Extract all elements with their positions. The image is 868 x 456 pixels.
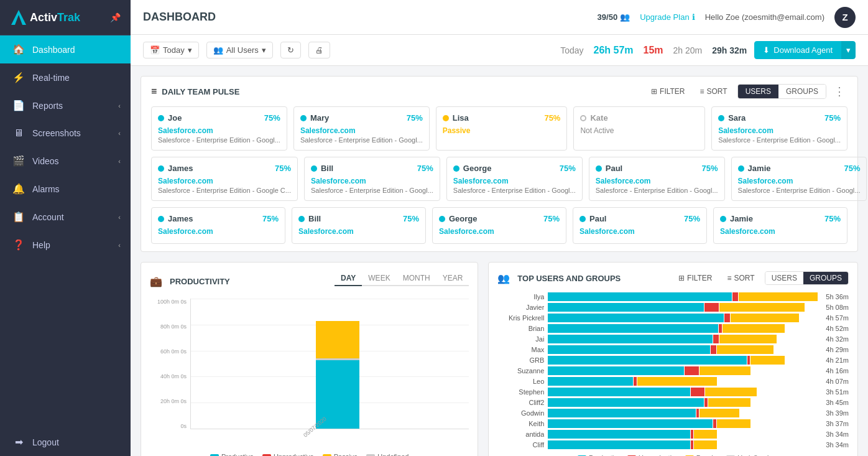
top-user-row[interactable]: Keith 3h 37m [497,419,849,428]
sidebar-item-logout[interactable]: ➡ Logout [0,428,131,456]
top-user-row[interactable]: Jai 4h 32m [497,335,849,343]
avatar[interactable]: Z [834,7,856,28]
sidebar-item-dashboard[interactable]: 🏠 Dashboard [0,35,131,63]
user-card-lisa[interactable]: Lisa 75% Passive [436,106,568,151]
top-user-row[interactable]: Stephen 3h 51m [497,388,849,396]
status-dot [720,216,726,222]
user-card-james[interactable]: James 75% Salesforce.com Salesforce - En… [151,157,298,201]
tab-month[interactable]: MONTH [397,271,436,286]
status-dot [579,216,586,222]
top-users-users-toggle[interactable]: USERS [765,272,803,284]
sidebar-item-account[interactable]: 📋 Account ‹ [0,203,131,231]
logo-text: ActivTrak [30,11,80,24]
top-user-name: Leo [497,378,544,385]
filter-button[interactable]: ⊞ FILTER [646,85,690,98]
top-user-name: antida [497,430,544,438]
sidebar-item-label: Real-time [32,73,103,83]
sidebar-item-label: Videos [32,156,118,166]
upgrade-plan-button[interactable]: Upgrade Plan ℹ [640,12,695,22]
sidebar-item-help[interactable]: ❓ Help ‹ [0,231,131,259]
more-options-button[interactable]: ⋮ [831,85,847,98]
top-user-name: Brian [497,325,544,332]
print-icon: 🖨 [315,45,323,55]
all-users-button[interactable]: 👥 All Users ▾ [206,42,273,58]
top-user-row[interactable]: Godwin 3h 39m [497,409,849,417]
top-user-row[interactable]: Ilya 5h 36m [497,292,849,301]
top-user-row[interactable]: Brian 4h 52m [497,324,849,333]
groups-toggle-button[interactable]: GROUPS [778,85,826,98]
user-card-bill[interactable]: Bill 75% Salesforce.com Salesforce - Ent… [304,157,440,201]
print-button[interactable]: 🖨 [308,42,330,58]
top-user-time: 3h 39m [821,409,849,417]
daily-team-pulse-section: ≡ DAILY TEAM PULSE ⊞ FILTER ≡ SORT USERS… [141,76,858,252]
top-user-row[interactable]: Cliff2 3h 45m [497,398,849,407]
user-card-george[interactable]: George 75% Salesforce.com Salesforce - E… [446,157,583,201]
top-user-time: 4h 57m [821,314,849,322]
top-user-name: Javier [497,304,544,311]
top-user-row[interactable]: antida 3h 34m [497,430,849,439]
user-card-paul-3[interactable]: Paul 75% Salesforce.com [573,207,707,244]
top-users-filter-button[interactable]: ⊞ FILTER [673,271,717,285]
top-user-time: 3h 37m [821,420,849,427]
top-user-bars [548,314,818,322]
download-agent-dropdown[interactable]: ▾ [841,41,856,59]
user-card-bill-3[interactable]: Bill 75% Salesforce.com [292,207,426,244]
top-user-row[interactable]: Kris Pickrell 4h 57m [497,314,849,322]
user-card-jamie[interactable]: Jamie 75% Salesforce.com Salesforce - En… [731,157,867,201]
user-card-sara[interactable]: Sara 75% Salesforce.com Salesforce - Ent… [711,106,847,151]
chevron-icon: ‹ [118,157,121,165]
chevron-down-icon: ▾ [262,45,266,55]
time-today-label: Today [560,45,583,55]
user-card-jamie-3[interactable]: Jamie 75% Salesforce.com [713,207,847,244]
today-button[interactable]: 📅 Today ▾ [143,42,199,58]
sidebar-item-reports[interactable]: 📄 Reports ‹ [0,91,131,119]
sidebar-item-alarms[interactable]: 🔔 Alarms [0,175,131,203]
tab-year[interactable]: YEAR [436,271,469,286]
user-cards-row-2: James 75% Salesforce.com Salesforce - En… [151,157,847,201]
top-user-time: 4h 07m [821,378,849,385]
top-users-groups-toggle[interactable]: GROUPS [803,272,848,284]
help-icon: ❓ [10,239,27,251]
time-stats: Today 26h 57m 15m 2h 20m 29h 32m [560,45,747,56]
status-dot [443,115,449,121]
top-user-name: Cliff [497,441,544,449]
pin-icon[interactable]: 📌 [110,12,121,22]
productivity-panel: 💼 PRODUCTIVITY DAY WEEK MONTH YEAR 100h … [141,262,478,456]
refresh-button[interactable]: ↻ [280,42,301,58]
refresh-icon: ↻ [287,45,294,55]
sort-button[interactable]: ≡ SORT [695,85,732,98]
sidebar-item-videos[interactable]: 🎬 Videos ‹ [0,147,131,175]
filter-icon: ⊞ [651,87,657,96]
sidebar-item-realtime[interactable]: ⚡ Real-time [0,63,131,91]
user-card-joe[interactable]: Joe 75% Salesforce.com Salesforce - Ente… [151,106,287,151]
sidebar-item-label: Dashboard [32,45,103,55]
tab-week[interactable]: WEEK [362,271,396,286]
download-agent-button[interactable]: ⬇ Download Agent ▾ [754,41,856,59]
sidebar-item-screenshots[interactable]: 🖥 Screenshots ‹ [0,119,131,147]
user-card-james-3[interactable]: James 75% Salesforce.com [151,207,285,244]
user-card-george-3[interactable]: George 75% Salesforce.com [432,207,566,244]
y-axis: 100h 0m 0s 80h 0m 0s 60h 0m 0s 40h 0m 0s… [150,299,190,429]
users-toggle-button[interactable]: USERS [738,85,778,98]
top-user-name: Suzanne [497,367,544,375]
top-users-title: TOP USERS AND GROUPS [517,274,668,283]
top-user-row[interactable]: Cliff 3h 34m [497,440,849,449]
user-card-kate[interactable]: Kate Not Active [573,106,705,151]
bar-passive [316,321,359,358]
top-user-row[interactable]: Max 4h 29m [497,345,849,354]
top-user-row[interactable]: Javier 5h 08m [497,303,849,312]
top-user-name: Jai [497,335,544,343]
top-user-row[interactable]: Leo 4h 07m [497,377,849,386]
plan-count: 39/50 [598,12,618,22]
download-agent-main[interactable]: ⬇ Download Agent [754,41,841,59]
top-user-row[interactable]: GRB 4h 21m [497,356,849,365]
top-user-row[interactable]: Suzanne 4h 16m [497,366,849,375]
top-user-time: 3h 34m [821,441,849,449]
top-users-sort-button[interactable]: ≡ SORT [723,271,760,285]
top-users-icon: 👥 [497,272,510,284]
tab-day[interactable]: DAY [335,271,362,286]
user-card-mary[interactable]: Mary 75% Salesforce.com Salesforce - Ent… [293,106,430,151]
user-card-paul[interactable]: Paul 75% Salesforce.com Salesforce - Ent… [589,157,725,201]
top-user-name: Keith [497,420,544,427]
sort-icon: ≡ [700,87,704,96]
